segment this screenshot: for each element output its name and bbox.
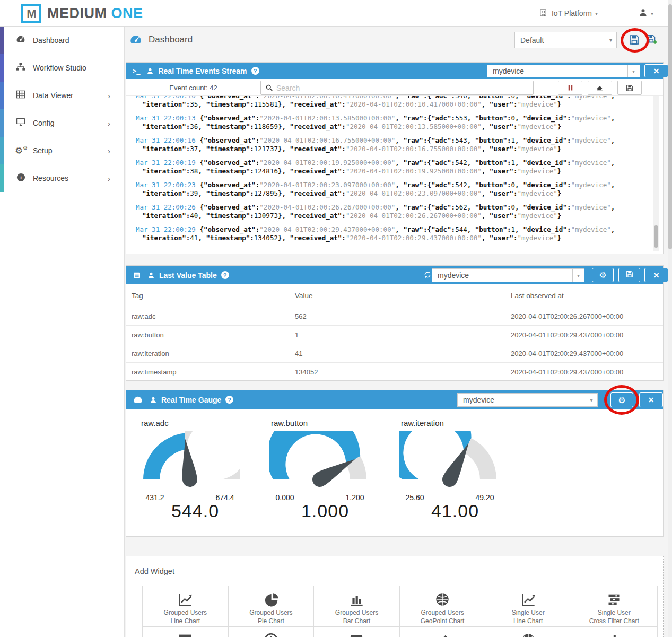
dashboard-preset-select[interactable]: Default ▾ [514, 32, 617, 48]
gauge-value: 1.000 [275, 501, 376, 521]
device-select[interactable]: mydevice ▾ [487, 65, 640, 77]
svg-text:i: i [20, 175, 22, 180]
close-widget-button[interactable]: ✕ [644, 268, 668, 282]
page-scrollbar[interactable] [668, 0, 672, 637]
table-cell: 2020-04-01T02:00:29.437000+00:00 [511, 331, 623, 339]
save-stream-button[interactable] [617, 81, 642, 95]
pause-stream-button[interactable] [558, 81, 582, 95]
device-select-value: mydevice [432, 271, 572, 280]
add-widget-cell[interactable] [143, 627, 229, 637]
table-cell: 1 [295, 331, 299, 339]
globe-icon [521, 632, 536, 637]
platform-menu[interactable]: IoT Platform ▾ [538, 0, 598, 27]
add-widget-grouped-users-geopoint-chart[interactable]: Grouped UsersGeoPoint Chart [400, 586, 486, 627]
gears-icon: ⚙⚙ [15, 145, 27, 156]
brand-name-accent: ONE [111, 5, 143, 21]
table-cell: raw:adc [132, 312, 156, 320]
table-cell: 2020-04-01T02:00:26.267000+00:00 [511, 312, 623, 320]
sidebar-item-label: Dashboard [33, 36, 69, 45]
save-dashboard-button[interactable] [628, 33, 641, 46]
event-log-scrollbar[interactable] [653, 96, 659, 251]
search-input[interactable] [276, 84, 510, 92]
save-as-new-dashboard-button[interactable] [646, 33, 659, 46]
sidebar-item-resources[interactable]: iResources› [0, 164, 124, 192]
chevron-right-icon: › [108, 146, 110, 155]
table-row: raw:timestamp1340522020-04-01T02:00:29.4… [126, 363, 663, 381]
user-icon [639, 8, 648, 19]
list-icon [133, 271, 141, 280]
dashboard-gauge-icon [129, 33, 143, 47]
device-select[interactable]: mydevice ▾ [457, 393, 598, 407]
table-row: raw:iteration412020-04-01T02:00:29.43700… [126, 344, 663, 363]
help-icon[interactable]: ? [221, 271, 229, 279]
last-value-table-widget: Last Value Table ? mydevice ▾ ⚙ ✕ TagVal… [126, 265, 664, 381]
line-chart-icon [177, 591, 193, 607]
log-entry: Mar 31 22:00:19 {"observed_at":"2020-04-… [136, 159, 653, 176]
sidebar-item-workflow-studio[interactable]: Workflow Studio [0, 54, 124, 82]
widget-title: Real Time Events Stream [158, 67, 247, 75]
sidebar-accent-strip [0, 109, 4, 137]
help-icon[interactable]: ? [225, 396, 233, 404]
add-widget-cell[interactable] [485, 627, 571, 637]
sidebar-accent-strip [0, 164, 4, 192]
close-widget-button[interactable]: ✕ [639, 392, 663, 407]
table-column-headers: TagValueLast observed at [126, 284, 663, 307]
gauge-label: raw.adc [141, 418, 169, 427]
gear-icon: ⚙ [618, 395, 625, 405]
add-widget-single-user-line-chart[interactable]: Single UserLine Chart [485, 586, 571, 627]
close-icon: ✕ [653, 271, 660, 280]
gauge-raw-adc: raw.adc431.2674.4544.0 [139, 416, 267, 533]
sidebar-accent-strip [0, 137, 4, 164]
user-menu[interactable]: ▾ [639, 0, 653, 27]
sidebar-item-config[interactable]: Config› [0, 109, 124, 137]
monitor-icon [349, 632, 364, 637]
sidebar-item-setup[interactable]: ⚙⚙Setup› [0, 137, 124, 164]
add-widget-single-user-cross-filter-chart[interactable]: Single UserCross Filter Chart [571, 586, 657, 627]
add-widget-cell[interactable] [314, 627, 400, 637]
gauge-arc [399, 431, 500, 488]
event-log[interactable]: Mar 31 22:00:10 {"observed_at":"2020-04-… [126, 96, 653, 254]
chevron-down-icon: ▾ [609, 37, 612, 43]
widget-title: Last Value Table [159, 271, 217, 280]
chevron-right-icon: › [108, 119, 110, 128]
widget-settings-button[interactable]: ⚙ [610, 392, 633, 407]
clear-stream-button[interactable] [588, 81, 612, 95]
add-widget-cell[interactable] [400, 627, 486, 637]
gear-icon: ⚙ [599, 270, 606, 280]
add-widget-cell-label: Grouped Users [164, 609, 207, 616]
sidebar-item-dashboard[interactable]: Dashboard [0, 27, 124, 54]
close-widget-button[interactable]: ✕ [644, 64, 668, 77]
widget-title: Real Time Gauge [161, 396, 221, 404]
refresh-icon[interactable] [423, 270, 432, 279]
gauge-raw-iteration: raw.iteration25.6049.2041.00 [399, 416, 527, 533]
page-scrollbar-thumb[interactable] [668, 4, 672, 249]
add-widget-grouped-users-line-chart[interactable]: Grouped UsersLine Chart [143, 586, 229, 627]
table-row: raw:button12020-04-01T02:00:29.437000+00… [126, 326, 663, 344]
widget-save-button[interactable] [618, 268, 640, 282]
search-box[interactable] [260, 81, 534, 95]
add-widget-cell[interactable] [571, 627, 657, 637]
globe-icon [435, 591, 450, 607]
top-header: M MEDIUM ONE IoT Platform ▾ ▾ [0, 0, 672, 27]
widget-settings-button[interactable]: ⚙ [592, 268, 614, 282]
gauge-value: 544.0 [145, 501, 246, 521]
event-log-scrollbar-thumb[interactable] [654, 225, 658, 248]
sidebar-item-label: Config [33, 119, 54, 127]
chevron-right-icon: › [108, 174, 110, 183]
device-select[interactable]: mydevice ▾ [432, 268, 584, 282]
sidebar-accent-strip [0, 54, 4, 82]
help-icon[interactable]: ? [251, 67, 259, 75]
sidebar-item-data-viewer[interactable]: Data Viewer› [0, 82, 124, 109]
page-title: Dashboard [149, 34, 193, 45]
table-cell: raw:iteration [132, 350, 169, 357]
add-widget-cell[interactable] [229, 627, 315, 637]
add-widget-grouped-users-bar-chart[interactable]: Grouped UsersBar Chart [314, 586, 400, 627]
chevron-down-icon: ▾ [595, 11, 598, 16]
pencil-icon [435, 632, 450, 637]
gauge-label: raw.iteration [401, 418, 444, 427]
events-stream-widget: >_ Real Time Events Stream ? mydevice ▾ … [126, 62, 664, 254]
dashboard-titlebar: Dashboard Default ▾ [125, 27, 668, 53]
real-time-gauge-widget: Real Time Gauge ? mydevice ▾ ⚙ ✕ raw.adc… [126, 390, 664, 537]
dashboard-icon [15, 34, 27, 47]
add-widget-grouped-users-pie-chart[interactable]: Grouped UsersPie Chart [229, 586, 315, 627]
